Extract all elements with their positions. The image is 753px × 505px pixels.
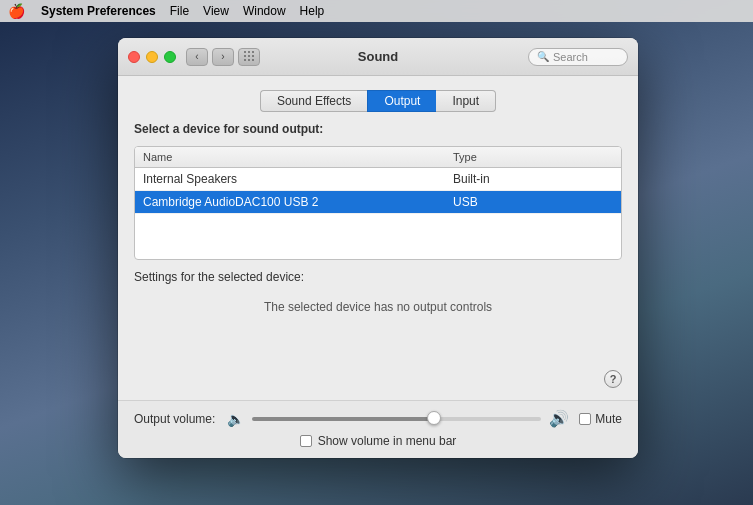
help-button[interactable]: ? xyxy=(604,370,622,388)
window-title: Sound xyxy=(358,49,398,64)
menu-window[interactable]: Window xyxy=(243,4,286,18)
device-name-1: Cambridge AudioDAC100 USB 2 xyxy=(143,195,453,209)
window-content: Sound Effects Output Input Select a devi… xyxy=(118,76,638,400)
table-row[interactable]: Internal Speakers Built-in xyxy=(135,168,621,191)
close-button[interactable] xyxy=(128,51,140,63)
device-type-0: Built-in xyxy=(453,172,613,186)
sound-preferences-window: ‹ › Sound 🔍 Search Sound Effects Output … xyxy=(118,38,638,458)
tab-output[interactable]: Output xyxy=(367,90,436,112)
device-table: Name Type Internal Speakers Built-in Cam… xyxy=(134,146,622,260)
grid-view-button[interactable] xyxy=(238,48,260,66)
tab-sound-effects[interactable]: Sound Effects xyxy=(260,90,368,112)
apple-menu-icon[interactable]: 🍎 xyxy=(8,3,25,19)
titlebar: ‹ › Sound 🔍 Search xyxy=(118,38,638,76)
bottom-bar: Output volume: 🔈 🔊 Mute Show volume in m… xyxy=(118,400,638,458)
forward-button[interactable]: › xyxy=(212,48,234,66)
search-box[interactable]: 🔍 Search xyxy=(528,48,628,66)
volume-slider[interactable] xyxy=(252,417,541,421)
show-volume-label: Show volume in menu bar xyxy=(318,434,457,448)
volume-low-icon: 🔈 xyxy=(227,411,244,427)
show-volume-checkbox[interactable] xyxy=(300,435,312,447)
table-header: Name Type xyxy=(135,147,621,168)
search-input[interactable]: Search xyxy=(553,51,619,63)
mute-checkbox[interactable] xyxy=(579,413,591,425)
volume-thumb[interactable] xyxy=(427,411,441,425)
table-row[interactable]: Cambridge AudioDAC100 USB 2 USB xyxy=(135,191,621,214)
col-header-type: Type xyxy=(453,151,613,163)
menu-view[interactable]: View xyxy=(203,4,229,18)
device-type-1: USB xyxy=(453,195,613,209)
volume-row: Output volume: 🔈 🔊 Mute xyxy=(134,409,622,428)
tab-input[interactable]: Input xyxy=(436,90,496,112)
menubar: 🍎 System Preferences File View Window He… xyxy=(0,0,753,22)
menu-file[interactable]: File xyxy=(170,4,189,18)
nav-buttons: ‹ › xyxy=(186,48,234,66)
volume-label: Output volume: xyxy=(134,412,215,426)
show-volume-row: Show volume in menu bar xyxy=(134,434,622,448)
no-controls-text: The selected device has no output contro… xyxy=(134,300,622,314)
mute-label: Mute xyxy=(595,412,622,426)
back-button[interactable]: ‹ xyxy=(186,48,208,66)
mute-row: Mute xyxy=(577,412,622,426)
menu-system-preferences[interactable]: System Preferences xyxy=(41,4,156,18)
minimize-button[interactable] xyxy=(146,51,158,63)
volume-high-icon: 🔊 xyxy=(549,409,569,428)
menu-help[interactable]: Help xyxy=(300,4,325,18)
maximize-button[interactable] xyxy=(164,51,176,63)
help-row: ? xyxy=(134,370,622,388)
search-icon: 🔍 xyxy=(537,51,549,62)
settings-label: Settings for the selected device: xyxy=(134,270,622,284)
section-label: Select a device for sound output: xyxy=(134,122,622,136)
traffic-lights xyxy=(128,51,176,63)
col-header-name: Name xyxy=(143,151,453,163)
device-name-0: Internal Speakers xyxy=(143,172,453,186)
table-empty-space xyxy=(135,214,621,259)
settings-section: Settings for the selected device: The se… xyxy=(134,270,622,356)
tab-bar: Sound Effects Output Input xyxy=(134,90,622,112)
